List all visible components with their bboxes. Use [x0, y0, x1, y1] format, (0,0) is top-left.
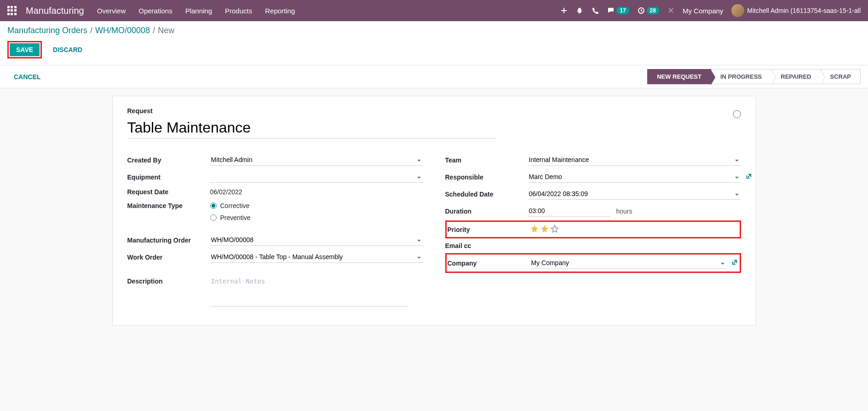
duration-field[interactable] — [528, 205, 611, 217]
company-highlight: Company — [445, 253, 741, 273]
request-date-value: 06/02/2022 — [210, 188, 242, 196]
star-icon[interactable] — [540, 225, 549, 234]
messaging-badge: 17 — [616, 7, 629, 14]
save-button[interactable]: Save — [10, 43, 40, 56]
avatar — [731, 4, 744, 17]
main-navbar: Manufacturing Overview Operations Planni… — [0, 0, 868, 21]
created-by-field[interactable] — [210, 154, 423, 166]
control-panel: Manufacturing Orders / WH/MO/00008 / New… — [0, 21, 868, 65]
navbar-right: 17 28 ✕ My Company Mitchell Admin (16113… — [560, 4, 861, 17]
status-new-request[interactable]: NEW REQUEST — [647, 69, 711, 84]
user-menu[interactable]: Mitchell Admin (16113754-saas-15-1-all — [731, 4, 861, 17]
description-input[interactable] — [210, 275, 408, 307]
duration-unit: hours — [616, 208, 632, 215]
statusbar: NEW REQUEST IN PROGRESS REPAIRED SCRAP — [647, 69, 861, 84]
activity-badge: 28 — [647, 7, 659, 14]
user-name: Mitchell Admin (16113754-saas-15-1-all — [747, 7, 861, 14]
description-label: Description — [127, 275, 210, 307]
close-icon[interactable]: ✕ — [667, 6, 674, 16]
nav-operations[interactable]: Operations — [138, 7, 172, 15]
request-label: Request — [127, 107, 495, 115]
form-sheet: Request Created By Equipment — [112, 96, 756, 325]
team-label: Team — [445, 156, 528, 164]
external-link-icon[interactable] — [746, 173, 752, 181]
ribbon-toggle[interactable] — [733, 110, 741, 118]
status-scrap[interactable]: SCRAP — [821, 69, 861, 84]
nav-products[interactable]: Products — [225, 7, 252, 15]
nav-reporting[interactable]: Reporting — [265, 7, 295, 15]
nav-planning[interactable]: Planning — [185, 7, 212, 15]
apps-icon[interactable] — [7, 6, 17, 15]
title-input[interactable] — [127, 117, 495, 139]
request-date-label: Request Date — [127, 188, 210, 196]
external-link-icon[interactable] — [731, 259, 738, 267]
activity-icon[interactable]: 28 — [638, 7, 659, 14]
status-repaired[interactable]: REPAIRED — [771, 69, 821, 84]
plus-icon[interactable] — [560, 7, 568, 14]
star-icon[interactable] — [551, 225, 559, 234]
breadcrumb-root[interactable]: Manufacturing Orders — [7, 26, 87, 35]
maintenance-type-label: Maintenance Type — [127, 202, 210, 209]
duration-label: Duration — [445, 208, 528, 215]
breadcrumb-current: New — [158, 26, 174, 35]
company-field[interactable] — [530, 257, 727, 269]
cancel-button[interactable]: Cancel — [7, 70, 47, 83]
email-cc-label: Email cc — [445, 242, 528, 249]
priority-label: Priority — [448, 226, 530, 233]
sheet-header: Request — [127, 107, 741, 139]
star-icon[interactable] — [530, 225, 539, 234]
nav-overview[interactable]: Overview — [97, 7, 126, 15]
wo-field[interactable] — [210, 251, 423, 263]
created-by-label: Created By — [127, 156, 210, 164]
wo-label: Work Order — [127, 254, 210, 261]
discard-button[interactable]: Discard — [46, 43, 89, 56]
scheduled-field[interactable] — [528, 188, 741, 200]
right-column: Team Responsible Scheduled Date — [445, 151, 741, 307]
form-columns: Created By Equipment Request Date 06/02/… — [127, 151, 741, 307]
team-field[interactable] — [528, 154, 741, 166]
breadcrumb: Manufacturing Orders / WH/MO/00008 / New — [7, 26, 861, 35]
save-highlight: Save — [7, 41, 42, 58]
company-label: Company — [448, 260, 530, 267]
equipment-field[interactable] — [210, 171, 423, 183]
priority-stars — [530, 225, 739, 234]
nav-menu: Overview Operations Planning Products Re… — [97, 7, 295, 15]
messaging-icon[interactable]: 17 — [607, 7, 629, 14]
mo-field[interactable] — [210, 234, 423, 246]
bug-icon[interactable] — [576, 7, 583, 14]
radio-corrective[interactable]: Corrective — [210, 202, 423, 209]
scheduled-label: Scheduled Date — [445, 191, 528, 198]
status-in-progress[interactable]: IN PROGRESS — [711, 69, 771, 84]
responsible-label: Responsible — [445, 174, 528, 181]
phone-icon[interactable] — [592, 7, 599, 14]
status-row: Cancel NEW REQUEST IN PROGRESS REPAIRED … — [0, 65, 868, 88]
mo-label: Manufacturing Order — [127, 237, 210, 244]
priority-highlight: Priority — [445, 220, 741, 238]
app-title: Manufacturing — [26, 6, 84, 16]
breadcrumb-parent[interactable]: WH/MO/00008 — [95, 26, 150, 35]
cp-buttons: Save Discard — [7, 41, 861, 58]
equipment-label: Equipment — [127, 174, 210, 181]
left-column: Created By Equipment Request Date 06/02/… — [127, 151, 423, 307]
company-switcher[interactable]: My Company — [683, 7, 723, 15]
responsible-field[interactable] — [528, 171, 741, 183]
maintenance-type-group: Corrective Preventive — [210, 202, 423, 221]
radio-preventive[interactable]: Preventive — [210, 214, 423, 221]
